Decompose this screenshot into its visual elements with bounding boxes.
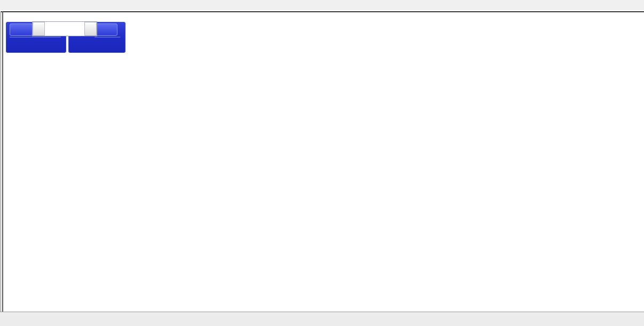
window-left-border <box>1 11 1 325</box>
sell-divider <box>10 37 61 37</box>
chart-left-border <box>2 11 3 325</box>
symbol-tab-bar <box>0 312 644 326</box>
volume-spinner <box>32 21 97 36</box>
buy-button[interactable] <box>95 23 117 36</box>
one-click-trading-panel <box>6 21 125 53</box>
window-top-border <box>1 11 644 12</box>
sell-button[interactable] <box>10 23 33 36</box>
timeframe-toolbar <box>0 0 644 10</box>
buy-divider <box>95 37 120 37</box>
volume-input[interactable] <box>45 22 84 36</box>
volume-increase-button[interactable] <box>84 22 97 36</box>
volume-decrease-button[interactable] <box>33 22 45 36</box>
mt4-window <box>0 0 644 326</box>
